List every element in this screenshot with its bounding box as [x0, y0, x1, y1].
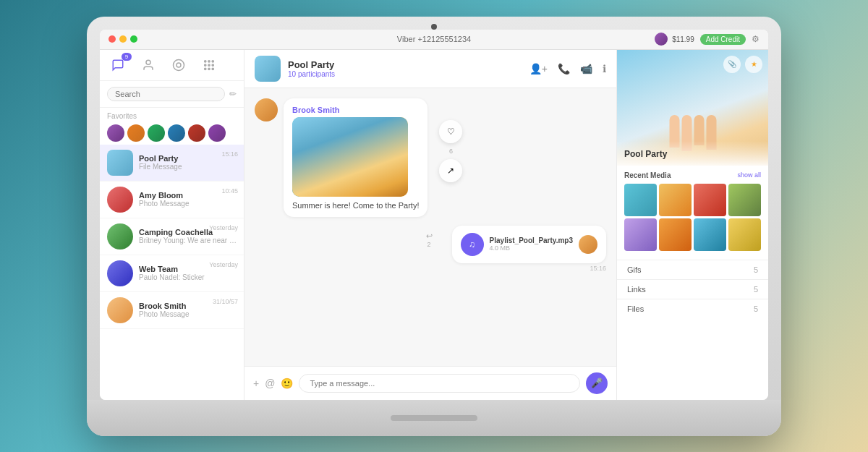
recent-media-section: Recent Media show all	[617, 166, 768, 257]
reply-icon[interactable]: ↩	[426, 231, 433, 241]
message-text: Summer is here! Come to the Party!	[292, 201, 419, 210]
panel-group-name: Pool Party	[624, 149, 667, 159]
svg-point-1	[174, 59, 184, 70]
links-value: 5	[754, 285, 758, 294]
show-all-button[interactable]: show all	[737, 171, 761, 179]
media-thumb[interactable]	[624, 184, 657, 216]
search-bar: ✏	[100, 81, 244, 108]
favorite-avatar[interactable]	[107, 124, 124, 142]
traffic-lights	[109, 35, 137, 43]
chat-time: Yesterday	[209, 224, 238, 231]
chat-item-camping[interactable]: Camping Coachella Britney Young: We are …	[100, 218, 244, 255]
svg-point-6	[205, 64, 206, 65]
sticker-icon[interactable]: 🙂	[281, 378, 293, 389]
svg-point-7	[208, 64, 210, 65]
panel-hero-actions: 📎 ★	[723, 56, 762, 73]
files-label: Files	[627, 304, 644, 313]
media-thumb[interactable]	[728, 218, 761, 251]
credit-info: $11.99	[655, 33, 694, 46]
add-member-icon[interactable]: 👤+	[529, 63, 548, 74]
gifs-value: 5	[754, 265, 758, 274]
media-thumb[interactable]	[624, 218, 657, 251]
sender-avatar	[255, 98, 278, 121]
laptop-frame: Viber +12125551234 $11.99 Add Credit ⚙	[87, 17, 781, 436]
links-stat-row[interactable]: Links 5	[617, 279, 768, 299]
contacts-nav-button[interactable]	[139, 56, 158, 74]
emoji-icon[interactable]: @	[265, 378, 275, 389]
links-label: Links	[627, 285, 646, 294]
chat-header-info: Pool Party 10 participants	[288, 59, 522, 78]
chat-badge: 9	[122, 53, 132, 61]
add-credit-button[interactable]: Add Credit	[700, 34, 746, 45]
chats-nav-button[interactable]: 9	[109, 56, 127, 74]
files-stat-row[interactable]: Files 5	[617, 299, 768, 318]
mic-button[interactable]: 🎤	[586, 372, 608, 394]
media-grid	[624, 184, 761, 251]
chat-header-participants: 10 participants	[288, 70, 522, 78]
favorite-avatar[interactable]	[208, 124, 226, 142]
favorite-avatar[interactable]	[188, 124, 205, 142]
call-icon[interactable]: 📞	[558, 63, 570, 74]
chat-item-pool-party[interactable]: Pool Party File Message 15:16	[100, 145, 244, 182]
credit-amount: $11.99	[672, 35, 694, 43]
svg-point-11	[212, 68, 213, 69]
svg-point-5	[212, 60, 213, 61]
favorite-avatar[interactable]	[127, 124, 145, 142]
chat-header: Pool Party 10 participants 👤+ 📞 📹 ℹ	[244, 50, 616, 88]
chat-item-web-team[interactable]: Web Team Paulo Nadel: Sticker Yesterday	[100, 255, 244, 292]
chat-preview: Photo Message	[139, 310, 237, 318]
video-call-icon[interactable]: 📹	[580, 63, 592, 74]
media-thumb[interactable]	[694, 184, 726, 216]
chat-time: 31/10/57	[213, 298, 238, 305]
titlebar-right: $11.99 Add Credit ⚙	[655, 33, 760, 46]
chat-item-brook-smith[interactable]: Brook Smith Photo Message 31/10/57	[100, 292, 244, 329]
more-nav-button[interactable]	[200, 56, 218, 74]
file-sender-avatar	[579, 235, 597, 254]
media-thumb[interactable]	[659, 218, 692, 251]
svg-point-4	[208, 60, 210, 61]
star-icon[interactable]: ★	[745, 56, 762, 73]
media-thumb[interactable]	[694, 218, 726, 251]
laptop-camera	[431, 24, 437, 30]
close-button[interactable]	[109, 35, 116, 43]
sender-name: Brook Smith	[292, 106, 419, 114]
gifs-label: Gifs	[627, 265, 642, 274]
minimize-button[interactable]	[119, 35, 127, 43]
info-icon[interactable]: ℹ	[603, 63, 606, 74]
attach-icon[interactable]: +	[253, 378, 259, 389]
file-message-group: ↩ 2 ♫ Playlist_Pool_Party.mp3 4.0 MB	[452, 226, 606, 272]
chat-preview: Photo Message	[139, 200, 237, 208]
message-input[interactable]	[299, 374, 580, 393]
chat-main: Pool Party 10 participants 👤+ 📞 📹 ℹ	[244, 50, 616, 400]
svg-point-0	[146, 60, 150, 64]
chat-header-actions: 👤+ 📞 📹 ℹ	[529, 63, 606, 74]
explore-nav-button[interactable]	[169, 56, 188, 74]
compose-icon[interactable]: ✏	[229, 89, 237, 99]
media-thumb[interactable]	[659, 184, 692, 216]
svg-point-2	[176, 63, 181, 67]
file-size: 4.0 MB	[490, 244, 573, 252]
laptop-notch	[391, 415, 477, 421]
chat-time: Yesterday	[209, 261, 238, 268]
recent-media-header: Recent Media show all	[624, 171, 761, 179]
like-count: 6	[449, 148, 453, 155]
reply-area: ↩ 2	[426, 231, 433, 248]
media-thumb[interactable]	[728, 184, 761, 216]
svg-point-9	[205, 68, 206, 69]
search-input[interactable]	[107, 87, 225, 101]
maximize-button[interactable]	[130, 35, 137, 43]
share-button[interactable]: ↗	[439, 159, 462, 182]
like-button[interactable]: ♡	[439, 120, 462, 143]
settings-icon[interactable]: ⚙	[752, 34, 760, 44]
pin-icon[interactable]: 📎	[723, 56, 741, 73]
message-time: 15:16	[452, 265, 606, 272]
sidebar: 9	[100, 50, 244, 400]
message-group: Brook Smith Summer is here! Come to the …	[255, 98, 427, 217]
favorite-avatar[interactable]	[148, 124, 165, 142]
favorite-avatar[interactable]	[168, 124, 185, 142]
file-type-icon: ♫	[461, 233, 484, 256]
message-bubble: Brook Smith Summer is here! Come to the …	[284, 98, 427, 217]
gifs-stat-row[interactable]: Gifs 5	[617, 260, 768, 279]
chat-item-amy-bloom[interactable]: Amy Bloom Photo Message 10:45	[100, 182, 244, 218]
favorites-label: Favorites	[107, 112, 237, 120]
